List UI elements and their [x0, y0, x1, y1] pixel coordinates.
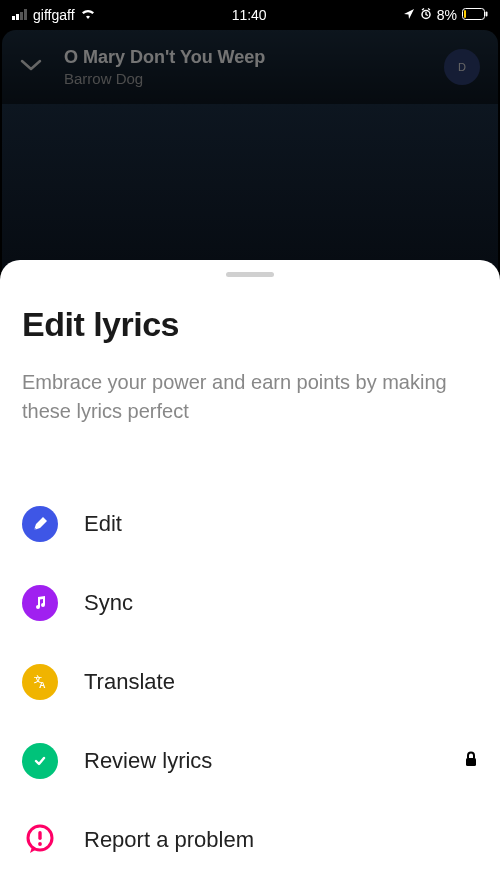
option-edit-label: Edit — [84, 511, 478, 537]
wifi-icon — [80, 7, 96, 23]
svg-rect-6 — [464, 10, 466, 18]
track-title: O Mary Don't You Weep — [64, 47, 444, 68]
svg-rect-3 — [24, 9, 27, 20]
svg-rect-12 — [38, 831, 41, 840]
avatar[interactable]: D — [444, 49, 480, 85]
option-review-label: Review lyrics — [84, 748, 464, 774]
status-bar: giffgaff 11:40 8% — [0, 0, 500, 30]
battery-icon — [462, 7, 488, 23]
alarm-icon — [420, 7, 432, 23]
sheet-title: Edit lyrics — [22, 305, 478, 344]
option-report-label: Report a problem — [84, 827, 478, 853]
track-info: O Mary Don't You Weep Barrow Dog — [64, 47, 444, 87]
lock-icon — [464, 751, 478, 771]
status-left: giffgaff — [12, 7, 96, 23]
status-right: 8% — [403, 7, 488, 23]
player-header: O Mary Don't You Weep Barrow Dog D — [2, 30, 498, 104]
check-badge-icon — [22, 743, 58, 779]
sheet-subtitle: Embrace your power and earn points by ma… — [22, 368, 478, 426]
clock: 11:40 — [232, 7, 267, 23]
location-icon — [403, 7, 415, 23]
option-sync[interactable]: Sync — [22, 563, 478, 642]
edit-lyrics-sheet: Edit lyrics Embrace your power and earn … — [0, 260, 500, 889]
option-edit[interactable]: Edit — [22, 484, 478, 563]
translate-icon: 文A — [22, 664, 58, 700]
warning-bubble-icon — [22, 822, 58, 858]
signal-icon — [12, 7, 28, 23]
option-report[interactable]: Report a problem — [22, 800, 478, 879]
carrier-label: giffgaff — [33, 7, 75, 23]
option-translate-label: Translate — [84, 669, 478, 695]
sheet-handle[interactable] — [226, 272, 274, 277]
svg-rect-0 — [12, 16, 15, 20]
svg-rect-7 — [486, 12, 488, 17]
svg-rect-10 — [466, 758, 476, 766]
svg-rect-1 — [16, 14, 19, 20]
svg-text:A: A — [39, 680, 46, 690]
option-review[interactable]: Review lyrics — [22, 721, 478, 800]
pencil-icon — [22, 506, 58, 542]
chevron-down-icon[interactable] — [20, 58, 42, 76]
track-artist: Barrow Dog — [64, 70, 444, 87]
option-sync-label: Sync — [84, 590, 478, 616]
option-translate[interactable]: 文A Translate — [22, 642, 478, 721]
battery-percent: 8% — [437, 7, 457, 23]
svg-point-13 — [38, 842, 42, 846]
music-note-icon — [22, 585, 58, 621]
svg-rect-2 — [20, 12, 23, 20]
